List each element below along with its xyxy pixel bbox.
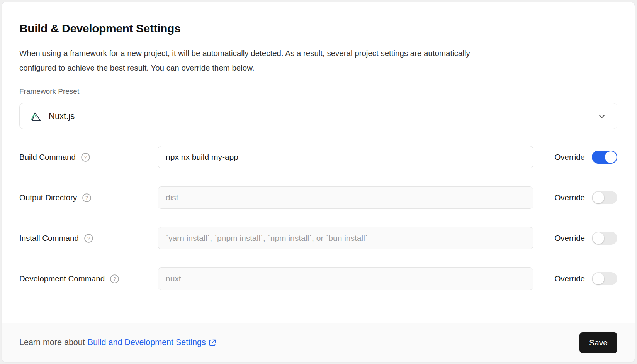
help-icon[interactable]: ? — [81, 152, 90, 162]
build-command-override-toggle[interactable] — [592, 151, 617, 164]
toggle-knob — [593, 232, 604, 244]
build-command-row: Build Command ? Override — [19, 146, 617, 168]
toggle-knob — [593, 273, 604, 284]
override-label: Override — [554, 234, 585, 243]
build-settings-card: Build & Development Settings When using … — [2, 2, 635, 362]
toggle-knob — [593, 192, 604, 203]
learn-more-text: Learn more about Build and Development S… — [19, 338, 217, 347]
install-command-label-group: Install Command ? — [19, 234, 158, 243]
svg-text:?: ? — [85, 195, 88, 200]
svg-text:?: ? — [84, 154, 87, 160]
description-line-2: configured to achieve the best result. Y… — [19, 61, 617, 75]
output-directory-input[interactable] — [158, 186, 533, 209]
install-command-row: Install Command ? Override — [19, 227, 617, 249]
build-command-override: Override — [549, 151, 617, 164]
card-body: Build & Development Settings When using … — [2, 2, 635, 323]
output-directory-label-group: Output Directory ? — [19, 193, 158, 203]
help-icon[interactable]: ? — [84, 234, 93, 243]
learn-more-link-label: Build and Development Settings — [88, 338, 206, 347]
framework-preset-value: Nuxt.js — [49, 111, 75, 121]
build-command-label: Build Command — [19, 152, 76, 162]
development-command-input[interactable] — [158, 267, 533, 290]
install-command-input[interactable] — [158, 227, 533, 249]
help-icon[interactable]: ? — [82, 193, 92, 203]
external-link-icon — [208, 339, 217, 347]
output-directory-override: Override — [549, 191, 617, 204]
build-settings-docs-link[interactable]: Build and Development Settings — [88, 338, 217, 347]
page-title: Build & Development Settings — [19, 21, 617, 36]
development-command-label-group: Development Command ? — [19, 274, 158, 284]
description-line-1: When using a framework for a new project… — [19, 46, 617, 61]
development-command-override-toggle[interactable] — [592, 272, 617, 285]
svg-text:?: ? — [87, 235, 90, 241]
build-command-label-group: Build Command ? — [19, 152, 158, 162]
override-label: Override — [554, 152, 585, 162]
framework-preset-select[interactable]: Nuxt.js — [19, 103, 617, 129]
framework-preset-label: Framework Preset — [19, 86, 617, 97]
help-icon[interactable]: ? — [110, 274, 119, 284]
card-footer: Learn more about Build and Development S… — [2, 323, 635, 362]
build-command-input[interactable] — [158, 146, 533, 168]
output-directory-label: Output Directory — [19, 193, 77, 202]
development-command-row: Development Command ? Override — [19, 267, 617, 290]
install-command-override-toggle[interactable] — [592, 232, 617, 245]
settings-rows: Build Command ? Override Output — [19, 146, 617, 290]
save-button[interactable]: Save — [579, 332, 617, 353]
output-directory-override-toggle[interactable] — [592, 191, 617, 204]
override-label: Override — [554, 274, 585, 283]
development-command-override: Override — [549, 272, 617, 285]
override-label: Override — [554, 193, 585, 202]
learn-more-prefix: Learn more about — [19, 338, 85, 347]
install-command-override: Override — [549, 232, 617, 245]
svg-text:?: ? — [113, 276, 116, 281]
chevron-down-icon — [597, 111, 607, 121]
description-text: When using a framework for a new project… — [19, 46, 617, 75]
install-command-label: Install Command — [19, 234, 79, 243]
development-command-label: Development Command — [19, 274, 105, 283]
toggle-knob — [605, 151, 617, 163]
output-directory-row: Output Directory ? Override — [19, 186, 617, 209]
nuxt-logo-icon — [30, 111, 43, 122]
